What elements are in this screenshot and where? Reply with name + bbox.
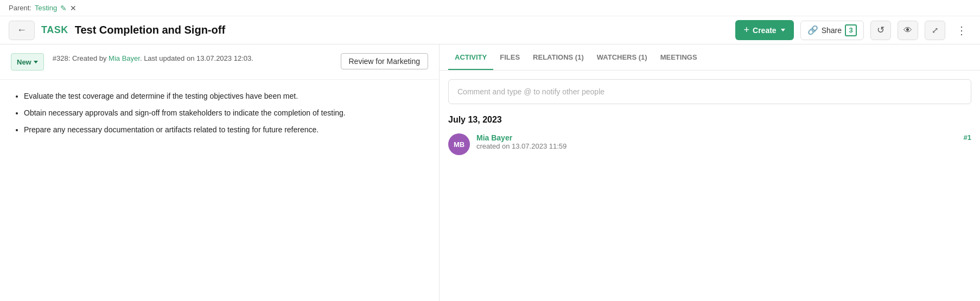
task-title: Test Completion and Sign-off <box>75 24 225 36</box>
share-button[interactable]: 🔗 Share 3 <box>800 21 864 40</box>
parent-breadcrumb: Parent: Testing ✎ ✕ <box>0 0 980 16</box>
share-icon: 🔗 <box>807 25 818 35</box>
activity-subtitle: created on 13.07.2023 11:59 <box>476 142 957 150</box>
parent-label: Parent: <box>9 4 31 12</box>
tab-files[interactable]: FILES <box>493 46 526 70</box>
comment-box[interactable]: Comment and type @ to notify other peopl… <box>448 79 971 104</box>
status-row: New #328: Created by Mia Bayer. Last upd… <box>0 44 439 80</box>
tabs-row: ACTIVITY FILES RELATIONS (1) WATCHERS (1… <box>440 44 980 71</box>
tab-meetings[interactable]: MEETINGS <box>654 46 704 70</box>
task-id: #328 <box>53 54 68 62</box>
expand-icon: ⤢ <box>932 25 939 35</box>
chevron-down-icon <box>781 29 785 31</box>
status-badge[interactable]: New <box>11 53 44 71</box>
eye-icon: 👁 <box>903 25 912 35</box>
edit-parent-icon[interactable]: ✎ <box>60 4 67 12</box>
activity-item: MB Mia Bayer created on 13.07.2023 11:59… <box>448 133 971 155</box>
create-button[interactable]: + Create <box>735 20 794 40</box>
watch-button[interactable]: 👁 <box>898 21 918 40</box>
list-item: Evaluate the test coverage and determine… <box>24 91 426 102</box>
history-button[interactable]: ↺ <box>870 21 891 40</box>
activity-number: #1 <box>964 133 971 142</box>
task-meta: #328: Created by Mia Bayer. Last updated… <box>53 53 253 64</box>
activity-date: July 13, 2023 <box>448 115 971 125</box>
task-body: Evaluate the test coverage and determine… <box>0 80 439 146</box>
plus-icon: + <box>744 24 750 36</box>
close-parent-icon[interactable]: ✕ <box>70 4 77 12</box>
list-item: Prepare any necessary documentation or a… <box>24 124 426 136</box>
back-icon: ← <box>17 24 27 36</box>
comment-placeholder: Comment and type @ to notify other peopl… <box>457 87 604 96</box>
main-content: New #328: Created by Mia Bayer. Last upd… <box>0 44 980 301</box>
more-icon: ⋮ <box>956 24 967 36</box>
parent-link[interactable]: Testing <box>35 4 57 12</box>
back-button[interactable]: ← <box>9 21 35 40</box>
share-label: Share <box>822 26 842 35</box>
avatar-initials: MB <box>454 140 464 149</box>
status-label: New <box>17 58 31 66</box>
status-chevron-icon <box>34 61 38 63</box>
last-updated: Last updated on 13.07.2023 12:03. <box>144 54 253 62</box>
tab-activity[interactable]: ACTIVITY <box>448 46 493 70</box>
right-panel: ACTIVITY FILES RELATIONS (1) WATCHERS (1… <box>440 44 980 301</box>
activity-info: Mia Bayer created on 13.07.2023 11:59 <box>476 133 957 150</box>
top-bar: ← TASK Test Completion and Sign-off + Cr… <box>0 16 980 44</box>
share-count: 3 <box>845 24 857 36</box>
activity-user-name[interactable]: Mia Bayer <box>476 133 957 142</box>
left-panel: New #328: Created by Mia Bayer. Last upd… <box>0 44 440 301</box>
more-options-button[interactable]: ⋮ <box>952 22 971 39</box>
list-item: Obtain necessary approvals and sign-off … <box>24 107 426 119</box>
creator-link[interactable]: Mia Bayer <box>109 54 140 62</box>
tab-watchers[interactable]: WATCHERS (1) <box>590 46 654 70</box>
create-label: Create <box>753 26 777 35</box>
review-button[interactable]: Review for Marketing <box>341 53 429 69</box>
tab-content: Comment and type @ to notify other peopl… <box>440 71 980 301</box>
task-label: TASK <box>41 24 68 36</box>
history-icon: ↺ <box>877 24 884 36</box>
expand-button[interactable]: ⤢ <box>925 21 945 40</box>
tab-relations[interactable]: RELATIONS (1) <box>526 46 590 70</box>
task-bullets: Evaluate the test coverage and determine… <box>13 91 426 136</box>
avatar: MB <box>448 133 470 155</box>
